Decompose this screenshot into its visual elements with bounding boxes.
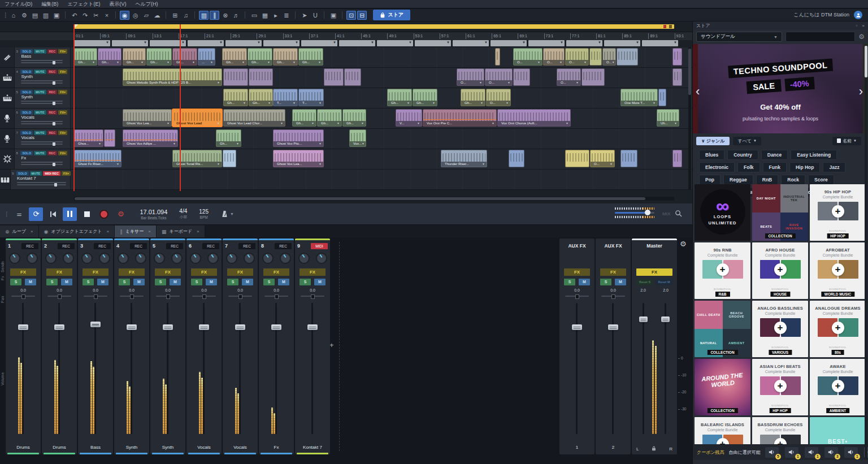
song-part-marker[interactable]: ▼ — [415, 40, 451, 46]
song-part-marker[interactable]: ▼ — [528, 40, 565, 46]
toolbar-grip[interactable]: ┇ — [4, 12, 6, 18]
mute-button[interactable]: M — [579, 279, 590, 285]
loop-record-icon[interactable]: ◎ — [131, 11, 140, 20]
audio-clip[interactable]: Gh...▼ — [74, 48, 97, 66]
redo-icon[interactable]: ↷ — [80, 11, 90, 20]
genre-button-easy-listening[interactable]: Easy Listening — [791, 150, 837, 160]
audio-clip[interactable]: V...▼ — [396, 109, 422, 127]
mute-button[interactable]: M — [170, 279, 181, 285]
menu-item-help[interactable]: ヘルプ(H) — [135, 1, 158, 8]
song-part-marker[interactable]: ▼ — [491, 40, 527, 46]
track-pan-slider[interactable] — [21, 144, 63, 145]
channel-rec-button[interactable]: MIDI — [311, 243, 328, 249]
track-volume-slider[interactable] — [21, 80, 63, 81]
slider-thumb[interactable] — [53, 122, 55, 125]
playhead[interactable] — [180, 24, 181, 191]
product-tile-around-the-world[interactable]: AROUND THE WORLDCOLLECTION — [695, 359, 750, 415]
pan-slider[interactable] — [84, 296, 107, 297]
product-tile-afro-house[interactable]: AFRO HOUSEComplete Bundle+SOUNDPOOLHOUSE — [752, 242, 808, 299]
audio-clip[interactable]: O...▼ — [590, 150, 615, 167]
cut-icon[interactable]: ✂ — [91, 11, 101, 20]
reset-solo-button[interactable]: Reset S — [636, 279, 653, 285]
audio-clip[interactable] — [672, 48, 682, 66]
fader-handle[interactable] — [199, 324, 209, 330]
delete-icon[interactable]: × — [102, 11, 111, 20]
audio-clip[interactable]: Gh...▼ — [317, 109, 342, 127]
track-lane[interactable]: Ghost Melodic Synth Pluck & HDP 125 B...… — [71, 68, 692, 88]
channel-rec-button[interactable]: REC — [202, 243, 219, 249]
genre-button-dance[interactable]: Dance — [761, 150, 788, 160]
audio-clip[interactable]: O...▼ — [543, 48, 565, 66]
fader-handle[interactable] — [18, 324, 28, 330]
solo-button[interactable]: S — [119, 279, 130, 285]
audio-clip[interactable]: O...▼ — [513, 48, 542, 66]
channel-fx-button[interactable]: FX — [46, 268, 72, 276]
loop-start-handle[interactable] — [74, 24, 78, 29]
audio-clip[interactable]: Gh...▼ — [273, 48, 298, 66]
send-knob-2[interactable] — [135, 253, 146, 264]
fader-handle[interactable] — [639, 316, 648, 322]
send-knob-2[interactable] — [27, 253, 38, 264]
track-volume-slider[interactable] — [17, 182, 66, 183]
store-button[interactable]: ストア — [373, 10, 410, 20]
menu-item-view[interactable]: 表示(V) — [109, 1, 126, 8]
timeline-ruler[interactable]: 01:105:109:113:117:121:125:129:133:137:1… — [0, 32, 692, 41]
tab-loop[interactable]: ⊕ループ× — [0, 226, 39, 237]
product-tile-90s-rnb[interactable]: 90s RNBComplete Bundle+SOUNDPOOLR&B — [695, 242, 750, 299]
track-pan-slider[interactable] — [21, 164, 63, 165]
genre-button-country[interactable]: Country — [727, 150, 758, 160]
channel-fx-button[interactable]: FX — [300, 268, 326, 276]
coupon-speaker-icon[interactable]: 1 — [844, 447, 858, 458]
object-box-icon[interactable]: ▣ — [328, 11, 338, 20]
channel-rec-button[interactable]: REC — [21, 243, 38, 249]
product-tile-afrobeat[interactable]: AFROBEATComplete Bundle+SOUNDPOOLWORLD M… — [810, 242, 866, 299]
home-icon[interactable]: ⌂ — [8, 11, 18, 20]
mixer-view-icon[interactable]: ∥ — [210, 11, 219, 20]
song-part-marker[interactable]: ▼ — [74, 40, 110, 46]
audio-clip[interactable] — [620, 150, 637, 167]
undock-icon[interactable]: ▫ — [856, 23, 857, 28]
genre-button-rnb[interactable]: RnB — [756, 175, 778, 185]
product-tile-analogue-dreams[interactable]: ANALOGUE DREAMSComplete Bundle+SOUNDPOOL… — [810, 301, 866, 357]
audio-clip[interactable]: Ghost Vox Lea...▼ — [273, 150, 324, 167]
song-part-marker[interactable]: ▼ — [188, 40, 224, 46]
channel-rec-button[interactable]: REC — [94, 243, 111, 249]
channel-fx-button[interactable]: FX — [10, 268, 36, 276]
audio-clip[interactable]: Uh...▼ — [657, 109, 679, 127]
audio-clip[interactable] — [658, 89, 666, 106]
audio-clip[interactable]: Gh...▼ — [172, 48, 197, 66]
close-icon[interactable]: × — [862, 23, 865, 28]
pan-slider[interactable] — [47, 296, 71, 297]
send-knob-1[interactable] — [45, 253, 57, 264]
song-part-marker[interactable]: ▼ — [604, 40, 640, 46]
mute-button[interactable]: M — [61, 279, 72, 285]
automation-icon[interactable]: ⚌ — [12, 207, 26, 221]
save-icon[interactable]: ▣ — [51, 11, 61, 20]
audio-clip[interactable]: Gh...▼ — [146, 48, 172, 66]
audio-clip[interactable]: Gh...▼ — [413, 89, 437, 106]
solo-button[interactable]: SOLO — [20, 131, 33, 135]
product-tile-collection[interactable]: DAY NIGHTINDUSTRIAL TEKBEATSRAVE INVASIO… — [752, 184, 808, 241]
slider-thumb[interactable] — [53, 102, 55, 105]
tempo-display[interactable]: 125 BPM — [199, 209, 209, 219]
channel-rec-button[interactable]: REC — [238, 243, 255, 249]
stop-button[interactable] — [80, 207, 94, 221]
slider-thumb[interactable] — [53, 163, 55, 166]
audio-clip[interactable] — [324, 68, 344, 86]
product-tile-loops[interactable]: ∞LOOPSUNLIMITED — [695, 184, 750, 241]
audio-clip[interactable]: Vox Omt Pre C...▼ — [423, 109, 497, 127]
master-volume-slider[interactable] — [615, 212, 654, 214]
hscroll-thumb[interactable] — [75, 197, 645, 200]
coupon-speaker-icon[interactable]: 3 — [824, 447, 838, 458]
track-lane[interactable]: Ghost Fx Riser...▼Ghost Tonal Ris...▼Gho… — [71, 149, 692, 169]
audio-clip[interactable] — [495, 48, 500, 66]
record-button[interactable] — [97, 207, 111, 221]
channel-fx-button[interactable]: FX — [636, 268, 672, 276]
channel-fx-button[interactable]: FX — [155, 268, 181, 276]
audio-clip[interactable]: Ghost Fx Riser...▼ — [74, 150, 121, 167]
genre-button-score[interactable]: Score — [808, 175, 834, 185]
audio-clip[interactable]: Gh...▼ — [216, 129, 241, 147]
song-part-marker[interactable]: ▼ — [301, 40, 337, 46]
track-fx-button[interactable]: FX▾ — [58, 70, 67, 74]
fx-off-icon[interactable]: ⊗ — [220, 11, 230, 20]
